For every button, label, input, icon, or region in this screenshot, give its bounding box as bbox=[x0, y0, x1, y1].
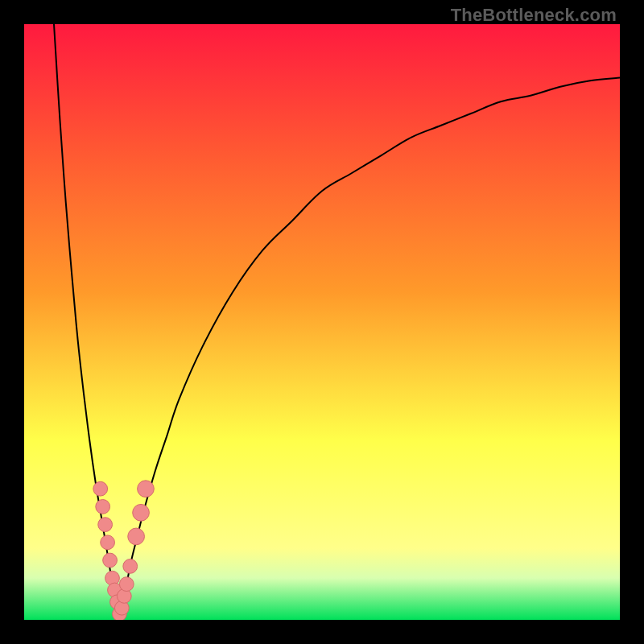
curve-layer bbox=[24, 24, 620, 620]
watermark-text: TheBottleneck.com bbox=[451, 5, 617, 26]
data-dot bbox=[98, 518, 113, 532]
data-dot bbox=[123, 559, 138, 574]
data-dot bbox=[128, 528, 145, 545]
data-dot bbox=[103, 553, 118, 568]
plot-area bbox=[24, 24, 620, 620]
data-dots bbox=[93, 481, 154, 620]
data-dot bbox=[133, 504, 150, 521]
data-dot bbox=[101, 535, 115, 550]
data-dot bbox=[96, 500, 110, 514]
chart-frame: TheBottleneck.com bbox=[0, 0, 644, 644]
data-dot bbox=[138, 481, 155, 497]
data-dot bbox=[93, 481, 108, 496]
right-branch-curve bbox=[119, 78, 620, 620]
data-dot bbox=[119, 577, 134, 592]
